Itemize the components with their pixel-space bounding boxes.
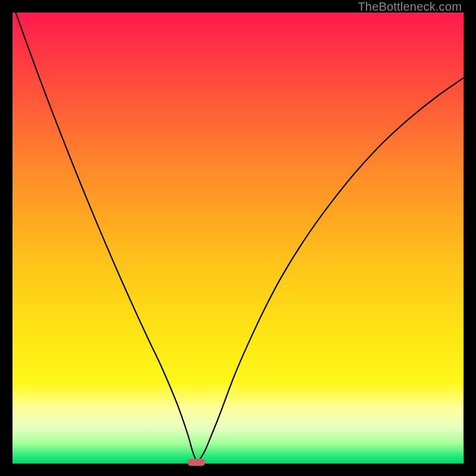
chart-canvas (12, 12, 464, 464)
gradient-background (12, 12, 464, 464)
chart-frame (12, 12, 464, 464)
optimum-marker (187, 459, 205, 466)
watermark-text: TheBottleneck.com (358, 0, 462, 14)
